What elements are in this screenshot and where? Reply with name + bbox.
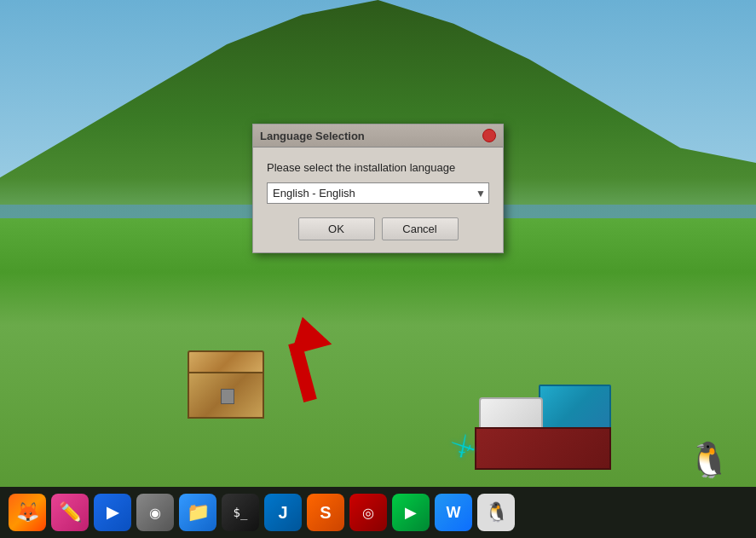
taskbar-icon-firefox[interactable]: 🦊 xyxy=(9,494,46,531)
dialog-body: Please select the installation language … xyxy=(253,148,503,252)
taskbar: 🦊 ✏️ ▶ ◉ 📁 $_ J S ◎ ▶ W 🐧 xyxy=(0,487,756,538)
dialog-title: Language Selection xyxy=(260,130,365,142)
taskbar-icon-penguin[interactable]: 🐧 xyxy=(477,494,515,531)
dialog-close-button[interactable] xyxy=(482,129,496,142)
taskbar-icon-play[interactable]: ▶ xyxy=(392,494,430,531)
taskbar-icon-monitor[interactable]: ◉ xyxy=(136,494,174,531)
dialog-buttons: OK Cancel xyxy=(267,217,489,240)
dialog-message: Please select the installation language xyxy=(267,161,489,174)
taskbar-icon-joplin[interactable]: J xyxy=(264,494,302,531)
ok-button[interactable]: OK xyxy=(298,217,375,240)
taskbar-icon-files[interactable]: 📁 xyxy=(179,494,216,531)
taskbar-icon-media[interactable]: ▶ xyxy=(94,494,131,531)
cancel-button[interactable]: Cancel xyxy=(382,217,459,240)
language-selection-dialog: Language Selection Please select the ins… xyxy=(252,124,504,253)
taskbar-icon-terminal[interactable]: $_ xyxy=(222,494,259,531)
taskbar-icon-drawing[interactable]: ✏️ xyxy=(51,494,89,531)
language-select-wrapper: English - English Deutsch - German Españ… xyxy=(267,182,489,204)
taskbar-icon-speedtest[interactable]: ◎ xyxy=(349,494,387,531)
taskbar-icon-sublime[interactable]: S xyxy=(307,494,344,531)
dialog-overlay: Language Selection Please select the ins… xyxy=(0,0,756,538)
dialog-titlebar: Language Selection xyxy=(253,124,503,148)
taskbar-icon-wordpress[interactable]: W xyxy=(435,494,472,531)
language-select[interactable]: English - English Deutsch - German Españ… xyxy=(267,182,489,204)
